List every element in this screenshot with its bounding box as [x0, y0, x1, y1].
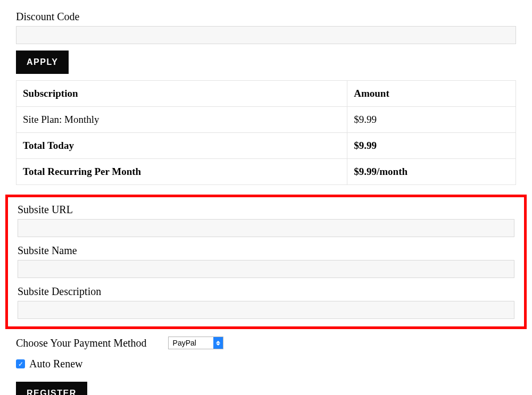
cell-plan-amount: $9.99	[347, 107, 516, 133]
payment-method-selected: PayPal	[169, 337, 213, 349]
cell-total-today-label: Total Today	[16, 133, 347, 159]
subsite-description-label: Subsite Description	[18, 285, 514, 298]
apply-button[interactable]: APPLY	[16, 51, 69, 74]
payment-method-select[interactable]: PayPal	[168, 337, 223, 349]
discount-code-label: Discount Code	[16, 11, 516, 23]
pricing-table: Subscription Amount Site Plan: Monthly $…	[16, 80, 516, 185]
register-button[interactable]: REGISTER	[16, 382, 87, 395]
table-row: Total Today $9.99	[16, 133, 516, 159]
cell-total-today-amount: $9.99	[347, 133, 516, 159]
table-row: Site Plan: Monthly $9.99	[16, 107, 516, 133]
subsite-description-input[interactable]	[18, 301, 514, 319]
subsite-name-input[interactable]	[18, 260, 514, 278]
cell-recurring-amount: $9.99/month	[347, 159, 516, 185]
table-row: Total Recurring Per Month $9.99/month	[16, 159, 516, 185]
cell-recurring-label: Total Recurring Per Month	[16, 159, 347, 185]
table-header-row: Subscription Amount	[16, 81, 516, 107]
payment-method-label: Choose Your Payment Method	[16, 337, 147, 349]
auto-renew-label: Auto Renew	[29, 358, 83, 370]
subsite-highlight-box: Subsite URL Subsite Name Subsite Descrip…	[5, 195, 527, 329]
select-arrows-icon	[213, 337, 223, 349]
subsite-name-label: Subsite Name	[18, 245, 514, 257]
auto-renew-checkbox[interactable]: ✓	[16, 359, 25, 368]
th-subscription: Subscription	[16, 81, 347, 107]
subsite-url-label: Subsite URL	[18, 204, 514, 216]
th-amount: Amount	[347, 81, 516, 107]
subsite-url-input[interactable]	[18, 219, 514, 237]
discount-code-input[interactable]	[16, 26, 516, 44]
cell-plan-label: Site Plan: Monthly	[16, 107, 347, 133]
